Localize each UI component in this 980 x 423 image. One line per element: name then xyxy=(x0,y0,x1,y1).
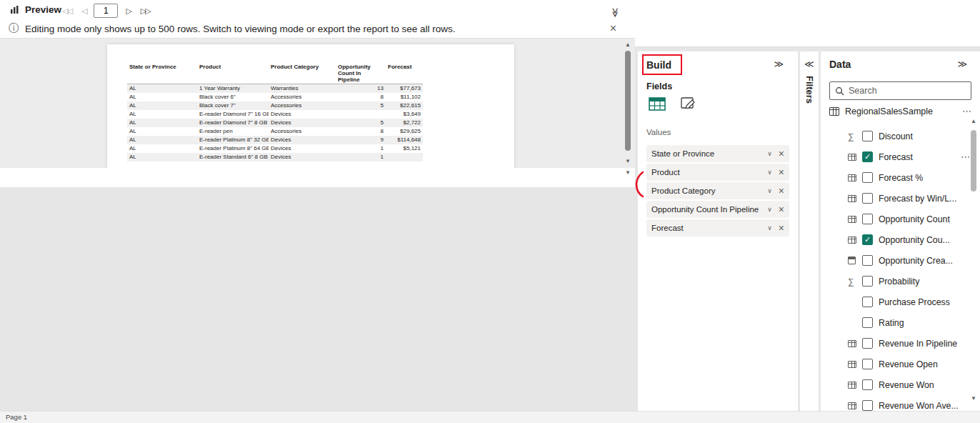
chevron-down-icon[interactable]: ∨ xyxy=(764,169,779,176)
scroll-down-icon[interactable]: ▼ xyxy=(625,169,631,177)
banner-close-icon[interactable]: × xyxy=(610,22,616,35)
field-row-forecast-winloss[interactable]: Forecast by Win/L... xyxy=(821,188,980,209)
pill-label: Opportunity Count In Pipeline xyxy=(651,205,764,214)
scroll-down-icon[interactable]: ▼ xyxy=(971,394,976,403)
field-checkbox[interactable] xyxy=(862,379,873,390)
field-checkbox[interactable] xyxy=(862,214,873,224)
remove-field-icon[interactable]: × xyxy=(779,167,784,177)
chevron-down-icon[interactable]: ∨ xyxy=(764,150,779,157)
field-row-forecast[interactable]: Forecast ⋯ xyxy=(821,146,980,167)
field-row-opportunity-count[interactable]: Opportunity Count xyxy=(821,209,980,229)
value-pill-state[interactable]: State or Province ∨ × xyxy=(646,145,789,162)
field-row-forecast-pct[interactable]: Forecast % xyxy=(821,167,980,188)
field-checkbox[interactable] xyxy=(862,317,873,328)
remove-field-icon[interactable]: × xyxy=(779,223,784,233)
field-checkbox[interactable] xyxy=(862,255,873,266)
sigma-icon: ∑ xyxy=(848,277,854,287)
field-row-discount[interactable]: ∑ Discount xyxy=(821,126,980,146)
value-pill-category[interactable]: Product Category ∨ × xyxy=(646,182,789,199)
field-label: Opportunity Count xyxy=(879,214,970,224)
expand-filters-icon[interactable]: ≪ xyxy=(804,59,814,69)
scroll-down-icon[interactable]: ▼ xyxy=(625,157,631,166)
field-row-revenue-won[interactable]: Revenue Won xyxy=(821,374,980,395)
table-icon xyxy=(848,195,856,202)
preview-row: ALBlack cover 7"Accessories5$22,615 xyxy=(127,101,423,110)
field-checkbox[interactable] xyxy=(862,234,873,245)
scrollbar-thumb[interactable] xyxy=(625,51,631,151)
field-checkbox[interactable] xyxy=(862,276,873,287)
dataset-row[interactable]: RegionalSalesSample ⋯ xyxy=(829,106,971,116)
preview-row: AL1 Year WarrantyWarranties13$77,673 xyxy=(127,84,423,93)
field-checkbox[interactable] xyxy=(862,193,873,204)
field-row-probability[interactable]: ∑ Probability xyxy=(821,271,980,292)
banner-message: Editing mode only shows up to 500 rows. … xyxy=(25,24,456,34)
chevron-down-icon[interactable]: ∨ xyxy=(764,224,779,232)
preview-row: ALE-reader Platinum 8" 32 GBDevices9$114… xyxy=(127,136,423,144)
calendar-icon xyxy=(848,257,856,264)
field-row-revenue-won-avg[interactable]: Revenue Won Ave... xyxy=(821,395,980,411)
field-label: Rating xyxy=(879,318,970,328)
value-pill-forecast[interactable]: Forecast ∨ × xyxy=(646,219,789,237)
scrollbar-track[interactable] xyxy=(968,126,979,394)
chevron-down-icon[interactable]: ∨ xyxy=(764,187,779,194)
field-checkbox[interactable] xyxy=(862,400,873,411)
last-page-button[interactable]: ▷▷ xyxy=(139,5,152,17)
field-list: ∑ Discount Forecast ⋯ Forecast % Forecas… xyxy=(821,126,980,411)
edit-report-icon xyxy=(681,96,696,111)
page-number-input[interactable] xyxy=(94,4,118,18)
scrollbar-thumb[interactable] xyxy=(971,130,976,191)
collapse-preview-icon[interactable]: ≫ xyxy=(611,8,621,18)
filters-title[interactable]: Filters xyxy=(804,76,815,104)
field-checkbox[interactable] xyxy=(862,359,873,369)
remove-field-icon[interactable]: × xyxy=(779,186,784,196)
preview-col-header: Product xyxy=(197,63,269,84)
table-icon xyxy=(848,154,856,161)
fields-label: Fields xyxy=(646,81,672,91)
previous-page-button[interactable]: ◁ xyxy=(79,5,88,17)
pill-label: Forecast xyxy=(651,224,764,232)
field-label: Revenue Won Ave... xyxy=(879,401,970,411)
field-label: Revenue Open xyxy=(879,359,970,369)
status-bar: Page 1 xyxy=(0,411,980,423)
remove-field-icon[interactable]: × xyxy=(779,149,784,159)
preview-row: ALE-reader penAccessories8$29,625 xyxy=(127,127,423,136)
scroll-up-icon[interactable]: ▲ xyxy=(971,117,976,126)
data-scrollbar[interactable]: ▲ ▼ xyxy=(968,117,979,403)
report-editor-button[interactable] xyxy=(678,94,699,113)
field-checkbox[interactable] xyxy=(862,338,873,349)
value-pill-product[interactable]: Product ∨ × xyxy=(646,164,789,181)
remove-field-icon[interactable]: × xyxy=(779,204,784,214)
value-pill-opportunity[interactable]: Opportunity Count In Pipeline ∨ × xyxy=(646,201,789,218)
field-checkbox[interactable] xyxy=(862,131,873,141)
pill-label: State or Province xyxy=(651,149,764,158)
field-checkbox[interactable] xyxy=(862,151,873,162)
preview-header-row: State or Province Product Product Catego… xyxy=(127,63,423,84)
field-checkbox[interactable] xyxy=(862,172,873,183)
table-icon xyxy=(848,340,856,347)
first-page-button[interactable]: ◁◁ xyxy=(60,5,74,17)
field-label: Forecast by Win/L... xyxy=(879,194,970,204)
values-label: Values xyxy=(646,128,671,136)
table-visual-button[interactable] xyxy=(646,94,668,113)
field-checkbox[interactable] xyxy=(862,297,873,307)
collapse-data-icon[interactable]: ≫ xyxy=(957,59,967,69)
field-row-opportunity-created[interactable]: Opportunity Crea... xyxy=(821,250,980,271)
preview-scrollbar[interactable]: ▲ ▼ xyxy=(622,41,634,166)
page-indicator: Page 1 xyxy=(6,413,27,421)
scrollbar-track[interactable] xyxy=(622,49,634,157)
field-label: Revenue Won xyxy=(879,380,970,390)
field-row-rating[interactable]: Rating xyxy=(821,312,980,333)
scroll-up-icon[interactable]: ▲ xyxy=(625,41,631,49)
field-row-opportunity-count-pipeline[interactable]: Opportunity Cou... xyxy=(821,229,980,250)
report-page: State or Province Product Product Catego… xyxy=(107,44,514,168)
chevron-down-icon[interactable]: ∨ xyxy=(764,206,779,213)
collapse-build-icon[interactable]: ≫ xyxy=(774,59,784,69)
preview-row: ALE-reader Diamond 7" 16 GBDevices$3,649 xyxy=(127,110,423,119)
field-row-revenue-open[interactable]: Revenue Open xyxy=(821,354,980,374)
field-row-purchase-process[interactable]: Purchase Process xyxy=(821,292,980,312)
more-options-icon[interactable]: ⋯ xyxy=(962,106,971,116)
field-row-revenue-in-pipeline[interactable]: Revenue In Pipeline xyxy=(821,333,980,354)
search-input[interactable] xyxy=(849,86,966,96)
next-page-button[interactable]: ▷ xyxy=(124,5,132,17)
preview-row: ALE-reader Platinum 8" 64 GBDevices1$5,1… xyxy=(127,144,423,153)
